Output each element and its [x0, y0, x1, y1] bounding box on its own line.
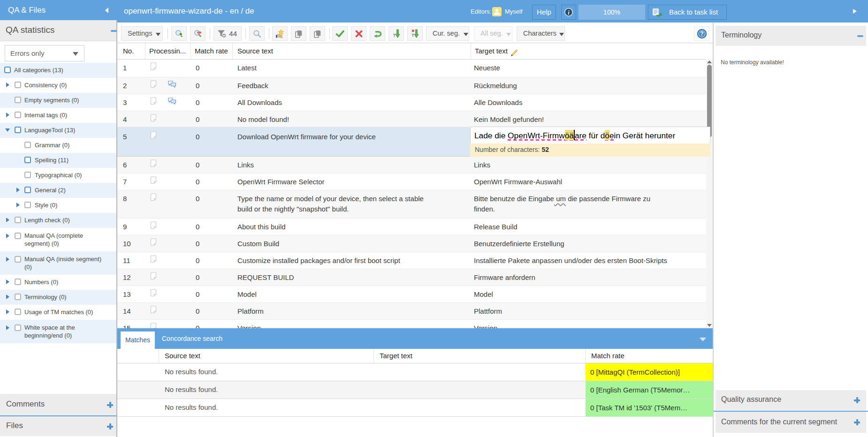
svg-text:?: ? [700, 30, 703, 37]
